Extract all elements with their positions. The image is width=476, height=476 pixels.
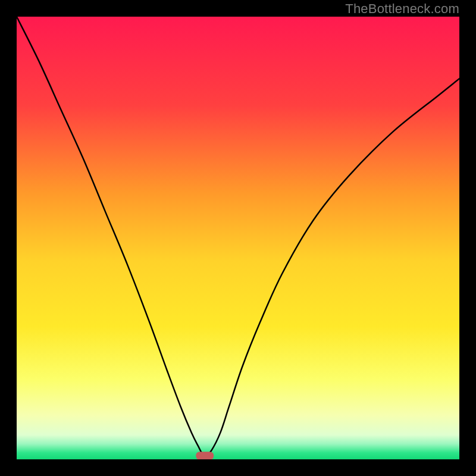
chart-frame: TheBottleneck.com [0,0,476,476]
minimum-marker [196,452,214,459]
plot-area [17,17,459,459]
watermark-text: TheBottleneck.com [345,1,459,17]
chart-svg [17,17,459,459]
gradient-background [17,17,459,459]
